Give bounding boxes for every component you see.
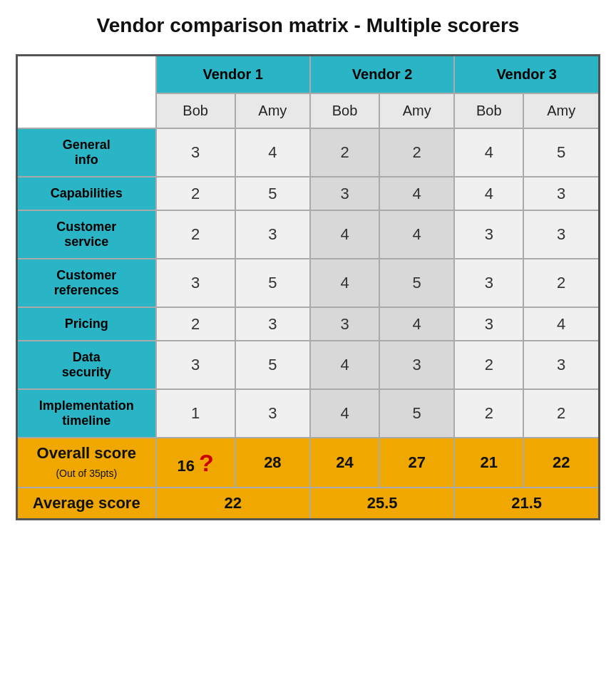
average-v2: 25.5 [310,488,454,520]
average-label: Average score [17,488,156,520]
score-cell-r6-c1: 3 [235,389,310,438]
score-cell-r3-c4: 3 [454,259,523,307]
overall-label-text: Overall score [37,444,136,462]
comparison-table: Vendor 1 Vendor 2 Vendor 3 Bob Amy Bob A… [16,54,600,520]
v1-bob-header: Bob [156,93,235,128]
score-cell-r3-c2: 4 [310,259,379,307]
score-cell-r6-c0: 1 [156,389,235,438]
overall-v1-amy: 28 [235,438,310,488]
score-cell-r4-c4: 3 [454,307,523,341]
score-cell-r5-c3: 3 [379,341,454,389]
score-cell-r6-c3: 5 [379,389,454,438]
score-cell-r4-c0: 2 [156,307,235,341]
main-container: Vendor comparison matrix - Multiple scor… [16,14,600,520]
score-cell-r0-c0: 3 [156,128,235,177]
page-title: Vendor comparison matrix - Multiple scor… [16,14,600,37]
score-cell-r0-c4: 4 [454,128,523,177]
overall-v2-amy: 27 [379,438,454,488]
vendor1-header: Vendor 1 [156,56,310,94]
average-v1: 22 [156,488,310,520]
row-label-0: Generalinfo [17,128,156,177]
overall-score-row: Overall score (Out of 35pts) 16 ? 28 24 … [17,438,600,488]
overall-v2-bob: 24 [310,438,379,488]
category-row-2: Customerservice234433 [17,210,600,259]
score-cell-r4-c1: 3 [235,307,310,341]
score-cell-r5-c1: 5 [235,341,310,389]
overall-v1-bob: 16 ? [156,438,235,488]
category-row-0: Generalinfo342245 [17,128,600,177]
score-cell-r1-c5: 3 [523,177,599,210]
overall-v3-bob: 21 [454,438,523,488]
category-row-6: Implementationtimeline134522 [17,389,600,438]
v2-amy-header: Amy [379,93,454,128]
score-cell-r2-c3: 4 [379,210,454,259]
score-cell-r4-c2: 3 [310,307,379,341]
v3-amy-header: Amy [523,93,599,128]
average-score-row: Average score 22 25.5 21.5 [17,488,600,520]
score-cell-r2-c1: 3 [235,210,310,259]
row-label-3: Customerreferences [17,259,156,307]
score-cell-r5-c2: 4 [310,341,379,389]
score-cell-r6-c4: 2 [454,389,523,438]
score-cell-r1-c0: 2 [156,177,235,210]
question-mark-icon: ? [199,449,214,476]
row-label-1: Capabilities [17,177,156,210]
category-row-3: Customerreferences354532 [17,259,600,307]
score-cell-r1-c3: 4 [379,177,454,210]
score-cell-r0-c3: 2 [379,128,454,177]
vendor2-header: Vendor 2 [310,56,454,94]
score-cell-r2-c2: 4 [310,210,379,259]
overall-sublabel: (Out of 35pts) [56,468,117,479]
score-cell-r3-c0: 3 [156,259,235,307]
score-cell-r1-c2: 3 [310,177,379,210]
vendor-header-row: Vendor 1 Vendor 2 Vendor 3 [17,56,600,94]
category-row-1: Capabilities253443 [17,177,600,210]
score-cell-r3-c5: 2 [523,259,599,307]
score-cell-r6-c2: 4 [310,389,379,438]
score-cell-r5-c0: 3 [156,341,235,389]
average-v3: 21.5 [454,488,599,520]
overall-v1-bob-value: 16 [177,457,194,475]
corner-cell [17,56,156,129]
v2-bob-header: Bob [310,93,379,128]
score-cell-r0-c2: 2 [310,128,379,177]
score-cell-r3-c3: 5 [379,259,454,307]
score-cell-r0-c5: 5 [523,128,599,177]
score-cell-r4-c3: 4 [379,307,454,341]
overall-label: Overall score (Out of 35pts) [17,438,156,488]
category-row-5: Datasecurity354323 [17,341,600,389]
row-label-4: Pricing [17,307,156,341]
row-label-6: Implementationtimeline [17,389,156,438]
score-cell-r6-c5: 2 [523,389,599,438]
vendor3-header: Vendor 3 [454,56,599,94]
score-cell-r1-c4: 4 [454,177,523,210]
score-cell-r2-c4: 3 [454,210,523,259]
score-cell-r1-c1: 5 [235,177,310,210]
overall-v3-amy: 22 [523,438,599,488]
row-label-5: Datasecurity [17,341,156,389]
score-cell-r3-c1: 5 [235,259,310,307]
row-label-2: Customerservice [17,210,156,259]
score-cell-r2-c0: 2 [156,210,235,259]
score-cell-r0-c1: 4 [235,128,310,177]
category-row-4: Pricing233434 [17,307,600,341]
score-cell-r5-c5: 3 [523,341,599,389]
v1-amy-header: Amy [235,93,310,128]
score-cell-r4-c5: 4 [523,307,599,341]
v3-bob-header: Bob [454,93,523,128]
score-cell-r5-c4: 2 [454,341,523,389]
score-cell-r2-c5: 3 [523,210,599,259]
